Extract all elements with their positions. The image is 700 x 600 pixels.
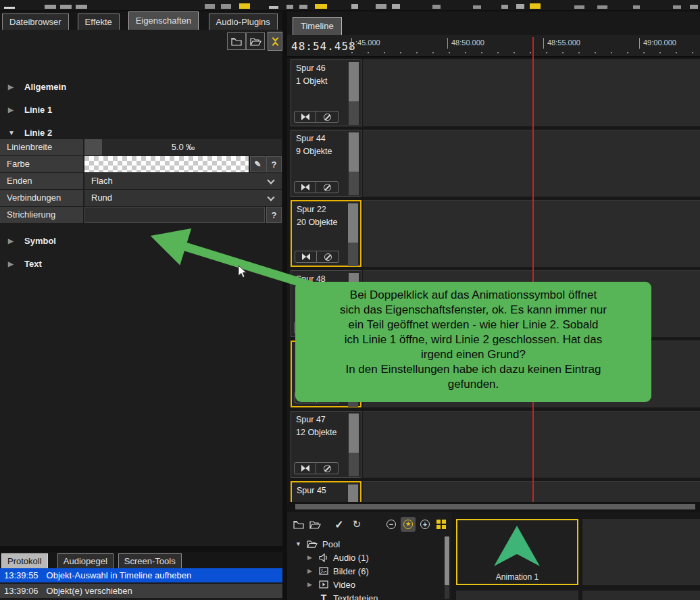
track-scrollbar[interactable] bbox=[349, 62, 359, 125]
timeline-horizontal-scrollbar[interactable] bbox=[287, 502, 700, 512]
toolbar-icon-fragment bbox=[432, 5, 441, 9]
chevron-down-icon bbox=[267, 193, 274, 201]
pool-panel: ✓ ↻ − ★ + ▼Pool▶Audio (1)▶Bilder (6)▶Vid… bbox=[287, 512, 451, 600]
folder-closed-icon bbox=[231, 37, 242, 46]
tab-audiopegel[interactable]: Audiopegel bbox=[57, 553, 114, 568]
strichlierung-field[interactable] bbox=[84, 207, 265, 223]
grid-view-button[interactable] bbox=[434, 517, 449, 532]
farbe-help-button[interactable]: ? bbox=[266, 156, 282, 172]
tab-timeline[interactable]: Timeline bbox=[293, 17, 342, 35]
folder-open-button[interactable] bbox=[307, 517, 322, 532]
track-scrollbar[interactable] bbox=[348, 203, 358, 266]
timeline-ruler[interactable]: 48:54.458 :45.00048:50.00048:55.00049:00… bbox=[287, 35, 700, 57]
scrollbar-thumb[interactable] bbox=[295, 504, 695, 509]
tree-item-bilder-6-[interactable]: ▶Bilder (6) bbox=[287, 564, 446, 578]
track-header[interactable]: Spur 47 12 Objekte bbox=[291, 411, 361, 478]
tab-screen-tools[interactable]: Screen-Tools bbox=[118, 553, 182, 568]
track-bowtie-button[interactable] bbox=[295, 251, 317, 263]
section-symbol[interactable]: ▶ Symbol bbox=[0, 233, 282, 248]
annotation-text-line: In den Einstellungen habe ich dazu keine… bbox=[295, 362, 651, 377]
toolbar-icon-fragment bbox=[286, 5, 293, 9]
row-enden: Enden Flach bbox=[0, 173, 282, 189]
ruler-label: 48:50.000 bbox=[447, 38, 484, 49]
tab-dateibrowser[interactable]: Dateibrowser bbox=[2, 14, 69, 30]
zoom-out-button[interactable]: − bbox=[384, 517, 399, 532]
thumbnail-empty[interactable] bbox=[456, 591, 578, 600]
track-disable-button[interactable] bbox=[316, 462, 339, 474]
pool-scrollbar[interactable] bbox=[445, 536, 449, 599]
thumbnail-empty[interactable] bbox=[582, 591, 700, 600]
verbindungen-dropdown[interactable]: Rund bbox=[84, 190, 282, 206]
strichlierung-help-button[interactable]: ? bbox=[266, 207, 282, 223]
favorites-button[interactable]: ★ bbox=[401, 517, 416, 532]
collapsed-arrow-icon: ▶ bbox=[307, 581, 314, 588]
toolbar-icon-fragment bbox=[351, 4, 358, 9]
no-entry-icon bbox=[324, 114, 331, 121]
tree-item-audio-1-[interactable]: ▶Audio (1) bbox=[287, 551, 446, 564]
track-content[interactable] bbox=[363, 200, 700, 267]
track-bowtie-button[interactable] bbox=[294, 181, 316, 193]
collapsed-arrow-icon: ▶ bbox=[8, 237, 15, 245]
log-entry[interactable]: 13:39:55Objekt-Auswahl in Timeline aufhe… bbox=[0, 568, 282, 582]
section-linie-2[interactable]: ▼ Linie 2 bbox=[0, 125, 282, 140]
section-text[interactable]: ▶ Text bbox=[0, 256, 282, 271]
refresh-button[interactable]: ↻ bbox=[349, 517, 364, 532]
ruler-tick-dots bbox=[351, 52, 700, 53]
timeline-track: Spur 46 1 Objekt bbox=[287, 59, 700, 126]
chevron-up-icon bbox=[272, 41, 278, 48]
folder-closed-button[interactable] bbox=[227, 32, 246, 50]
toolbar-icon-fragment bbox=[673, 5, 681, 9]
collapse-all-sections-button[interactable] bbox=[268, 32, 282, 51]
tab-effekte[interactable]: Effekte bbox=[78, 14, 120, 30]
log-entry[interactable]: 13:39:06Objekt(e) verschieben bbox=[0, 584, 282, 598]
track-content[interactable] bbox=[363, 59, 700, 126]
track-header[interactable]: Spur 22 20 Objekte bbox=[291, 200, 361, 267]
section-allgemein[interactable]: ▶ Allgemein bbox=[0, 79, 282, 94]
no-entry-icon bbox=[324, 465, 331, 472]
track-bowtie-button[interactable] bbox=[294, 462, 316, 474]
tree-item-textdateien[interactable]: TTextdateien bbox=[287, 591, 446, 600]
thumbnail-animation-1[interactable]: Animation 1 bbox=[456, 519, 578, 585]
media-thumbnails-panel: Animation 1 bbox=[451, 512, 700, 600]
track-content[interactable] bbox=[363, 130, 700, 197]
check-button[interactable]: ✓ bbox=[332, 517, 347, 532]
tree-label: Audio (1) bbox=[333, 553, 369, 563]
folder-open-icon bbox=[250, 37, 261, 46]
annotation-text-line: Bei Doppelklick auf das Animationssymbol… bbox=[295, 288, 651, 303]
folder-open-button[interactable] bbox=[246, 32, 265, 50]
playhead-marker[interactable] bbox=[532, 37, 534, 503]
thumbnail-empty[interactable] bbox=[582, 519, 700, 585]
folder-open-icon bbox=[307, 540, 318, 548]
enden-dropdown[interactable]: Flach bbox=[84, 173, 282, 189]
pool-toolbar: ✓ ↻ − ★ + bbox=[287, 516, 451, 533]
expanded-arrow-icon: ▼ bbox=[295, 541, 302, 547]
annotation-text-line: irgend einen Grund? bbox=[295, 347, 651, 362]
tab-eigenschaften[interactable]: Eigenschaften bbox=[128, 11, 199, 30]
tree-item-pool[interactable]: ▼Pool bbox=[287, 537, 446, 551]
color-swatch-transparent[interactable] bbox=[84, 156, 249, 172]
track-disable-button[interactable] bbox=[316, 111, 339, 123]
track-bowtie-button[interactable] bbox=[294, 111, 316, 123]
track-header[interactable]: Spur 46 1 Objekt bbox=[291, 59, 361, 126]
tab-audio-plugins[interactable]: Audio-Plugins bbox=[209, 14, 278, 30]
track-scrollbar[interactable] bbox=[349, 414, 359, 476]
tree-item-video[interactable]: ▶Video bbox=[287, 578, 446, 591]
toolbar-icon-fragment bbox=[597, 5, 607, 9]
scrollbar-thumb[interactable] bbox=[445, 536, 449, 585]
section-linie-1[interactable]: ▶ Linie 1 bbox=[0, 102, 282, 117]
track-header[interactable]: Spur 44 9 Objekte bbox=[291, 130, 361, 197]
folder-closed-button[interactable] bbox=[291, 517, 306, 532]
track-disable-button[interactable] bbox=[317, 251, 339, 263]
eyedropper-button[interactable]: ✎ bbox=[250, 156, 266, 172]
log-time: 13:39:06 bbox=[4, 584, 39, 598]
ruler-label: 49:00.000 bbox=[639, 38, 676, 49]
track-content[interactable] bbox=[363, 411, 700, 478]
track-name: Spur 45 bbox=[297, 486, 326, 495]
zoom-in-button[interactable]: + bbox=[418, 517, 432, 532]
toolbar-icon-fragment bbox=[315, 4, 327, 9]
track-scrollbar[interactable] bbox=[349, 132, 359, 195]
row-strichlierung: Strichlierung ? bbox=[0, 207, 282, 223]
track-disable-button[interactable] bbox=[316, 181, 339, 193]
tab-protokoll[interactable]: Protokoll bbox=[1, 553, 48, 568]
track-name: Spur 22 bbox=[297, 205, 326, 214]
